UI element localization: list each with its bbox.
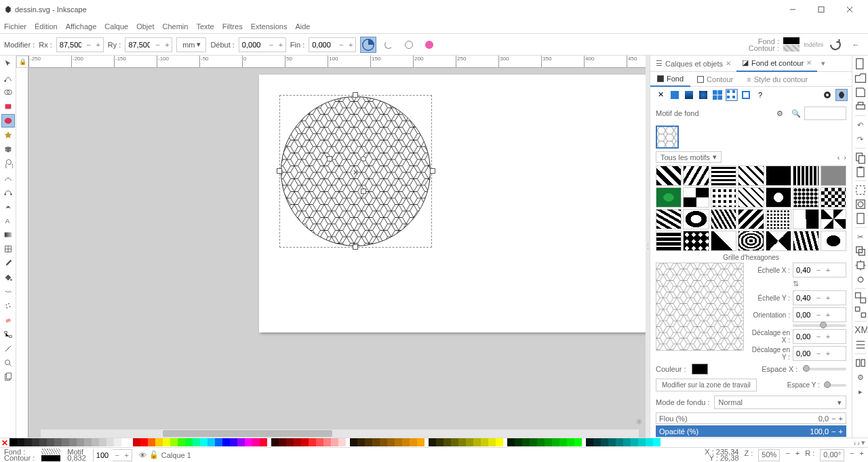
palette-color[interactable] [92, 438, 99, 446]
palette-color[interactable] [99, 438, 106, 446]
blend-mode-select[interactable]: Normal▾ [714, 396, 846, 409]
palette-color[interactable] [301, 438, 309, 446]
pages-tool[interactable] [1, 370, 15, 384]
pattern-swatch[interactable] [656, 187, 682, 208]
pattern-swatch[interactable] [711, 187, 736, 208]
debut-input[interactable] [239, 38, 267, 52]
sel-handle-inner3[interactable] [361, 189, 366, 194]
cmd-xml[interactable]: XML [854, 324, 867, 337]
palette-color[interactable] [17, 438, 24, 446]
palette-color[interactable] [77, 438, 84, 446]
menu-edition[interactable]: Édition [35, 22, 58, 31]
pattern-swatch[interactable] [821, 166, 846, 186]
pattern-swatch[interactable] [738, 231, 764, 251]
hole-toggle[interactable] [821, 89, 833, 101]
sel-center-icon[interactable]: ✕ [353, 168, 358, 174]
pattern-swatch[interactable] [821, 187, 846, 208]
sel-handle-w[interactable] [277, 168, 282, 174]
palette-color[interactable] [586, 438, 593, 446]
palette-color[interactable] [507, 438, 515, 446]
connector-tool[interactable] [1, 328, 15, 341]
palette-color[interactable] [155, 438, 163, 446]
palette-color[interactable] [623, 438, 631, 446]
node-tool[interactable] [1, 71, 15, 85]
menu-fichier[interactable]: Fichier [4, 22, 26, 31]
color-manage-icon[interactable]: ⚛ [635, 417, 643, 427]
debut-field[interactable]: −+ [239, 37, 286, 52]
palette-color[interactable] [429, 438, 436, 446]
palette-color[interactable] [200, 438, 208, 446]
cmd-more[interactable]: ▸ [854, 385, 867, 398]
orient-field[interactable]: −+ [793, 307, 846, 322]
pattern-swatch[interactable] [738, 166, 764, 186]
tweak-tool[interactable] [1, 285, 15, 299]
menu-chemin[interactable]: Chemin [162, 22, 188, 31]
zoom-tool[interactable] [1, 356, 15, 370]
paint-swatch[interactable] [740, 89, 752, 101]
palette-color[interactable] [237, 438, 245, 446]
palette-color[interactable] [443, 438, 451, 446]
pattern-swatch[interactable] [711, 209, 736, 229]
palette-color[interactable] [653, 438, 660, 446]
palette-color[interactable] [84, 438, 92, 446]
palette-color[interactable] [537, 438, 545, 446]
menu-extensions[interactable]: Extensions [251, 22, 288, 31]
palette-color[interactable] [148, 438, 155, 446]
current-layer[interactable]: Calque 1 [161, 451, 191, 459]
palette-color[interactable] [616, 438, 623, 446]
palette-color[interactable] [473, 438, 481, 446]
sel-handle-inner2[interactable] [361, 156, 366, 161]
palette-color[interactable] [593, 438, 601, 446]
scale-x-field[interactable]: −+ [793, 263, 846, 277]
pattern-swatch[interactable] [656, 166, 682, 186]
search-icon[interactable]: 🔍 [788, 105, 804, 121]
palette-color[interactable] [466, 438, 473, 446]
cmd-clone[interactable] [854, 258, 867, 272]
palette-color[interactable] [530, 438, 537, 446]
palette-color[interactable] [574, 438, 582, 446]
menu-objet[interactable]: Objet [136, 22, 154, 31]
pattern-swatch[interactable] [683, 209, 709, 229]
palette-color[interactable] [631, 438, 638, 446]
hscroll-thumb[interactable] [163, 430, 332, 437]
palette-scroll-left[interactable]: ‹ [854, 439, 856, 447]
palette-color[interactable] [140, 438, 148, 446]
palette-color[interactable] [323, 438, 331, 446]
palette-color[interactable] [185, 438, 193, 446]
cmd-paste[interactable] [854, 165, 867, 178]
blur-slider[interactable]: Flou (%)−+ [656, 412, 846, 424]
palette-color[interactable] [410, 438, 417, 446]
pattern-swatch[interactable] [766, 166, 791, 186]
palette-color[interactable] [402, 438, 410, 446]
eraser-tool[interactable] [1, 313, 15, 327]
palette-color[interactable] [567, 438, 574, 446]
cmd-cut[interactable]: ✂ [854, 230, 867, 244]
orient-slider[interactable] [793, 324, 846, 327]
palette-color[interactable] [170, 438, 178, 446]
status-contour-swatch[interactable] [41, 455, 60, 461]
palette-color[interactable] [294, 438, 301, 446]
cmd-prefs[interactable]: ⚙ [854, 370, 867, 384]
layer-lock-icon[interactable]: 🔓 [149, 450, 159, 459]
palette-color[interactable] [260, 438, 267, 446]
palette-color[interactable] [436, 438, 443, 446]
pattern-swatch[interactable] [711, 166, 736, 186]
pattern-swatch[interactable] [683, 231, 709, 251]
sel-handle-n[interactable] [353, 92, 358, 98]
sel-handle-s[interactable] [353, 244, 358, 250]
cmd-save[interactable] [854, 85, 867, 99]
pattern-category-select[interactable]: Tous les motifs▾ [656, 151, 722, 163]
palette-color[interactable] [496, 438, 503, 446]
zoom-field[interactable]: 50% [758, 449, 780, 461]
cmd-redo[interactable]: ↷ [854, 132, 867, 146]
text-tool[interactable]: A [1, 214, 15, 227]
dock-menu-button[interactable]: ▾ [817, 59, 829, 68]
pattern-swatch[interactable] [683, 187, 709, 208]
status-fond-swatch[interactable] [41, 448, 60, 455]
hscrollbar[interactable] [41, 429, 639, 438]
gear-icon[interactable]: ⚙ [772, 105, 788, 121]
arc-chord-button[interactable] [401, 37, 417, 53]
pattern-color-swatch[interactable] [692, 364, 708, 374]
palette-color[interactable] [106, 438, 114, 446]
menu-calque[interactable]: Calque [104, 22, 128, 31]
